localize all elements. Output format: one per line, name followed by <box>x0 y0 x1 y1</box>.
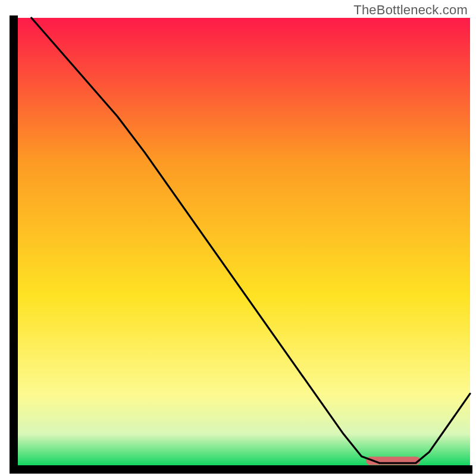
plot-background <box>18 18 470 465</box>
x-axis <box>10 465 472 474</box>
y-axis <box>10 15 18 474</box>
chart-frame: TheBottleneck.com <box>0 0 476 476</box>
watermark-text: TheBottleneck.com <box>353 2 468 18</box>
bottleneck-chart <box>0 0 476 476</box>
